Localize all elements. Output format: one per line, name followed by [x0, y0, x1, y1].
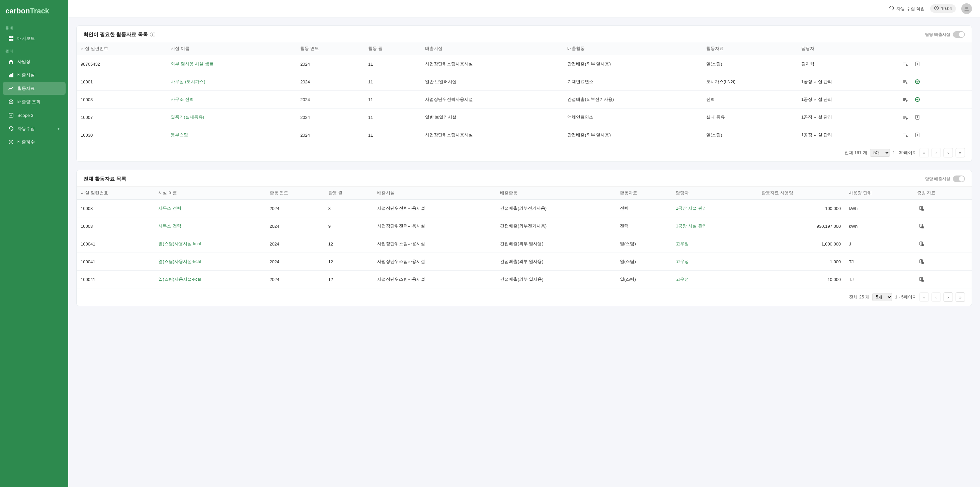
- sidebar-item-business[interactable]: 사업장: [3, 55, 65, 68]
- cell-manager[interactable]: 1공장 시설 관리: [672, 217, 757, 235]
- cell-manager[interactable]: 고우정: [672, 253, 757, 271]
- sidebar-item-scope3[interactable]: Scope 3: [3, 109, 65, 121]
- all-col-facility-id: 시설 일련번호: [76, 187, 154, 200]
- confirm-per-page-select[interactable]: 5개10개20개: [870, 149, 890, 157]
- cell-facility-name[interactable]: 열(스팀)사용시설-kcal: [154, 235, 266, 253]
- sidebar-item-emission-inquiry[interactable]: 배출량 조회: [3, 96, 65, 108]
- time-display: 19:04: [941, 6, 952, 11]
- all-last-page-btn[interactable]: »: [956, 292, 965, 302]
- logo-carbon: carbon: [5, 7, 30, 15]
- sidebar-item-activity-data[interactable]: 활동자료: [3, 82, 65, 95]
- all-col-activity-data: 활동자료: [616, 187, 672, 200]
- cell-facility-name[interactable]: 사무소 전력: [154, 217, 266, 235]
- confirm-next-page-btn[interactable]: ›: [943, 148, 953, 157]
- evidence-btn[interactable]: [917, 239, 926, 249]
- evidence-btn[interactable]: [917, 204, 926, 213]
- cell-facility-name[interactable]: 열풍기(실내등유): [167, 109, 296, 126]
- cell-facility-name[interactable]: 동부스팀: [167, 126, 296, 144]
- cell-facility-name[interactable]: 외부 열사용 시설 샘플: [167, 55, 296, 73]
- all-first-page-btn[interactable]: «: [920, 292, 929, 302]
- all-per-page-select[interactable]: 5개10개20개: [872, 293, 892, 301]
- add-action-btn[interactable]: [900, 95, 910, 104]
- col-actions: [897, 42, 972, 55]
- confirm-toggle[interactable]: [953, 31, 965, 38]
- col-emission-activity: 배출활동: [563, 42, 702, 55]
- cell-facility-name[interactable]: 사무소 전력: [167, 91, 296, 109]
- cell-manager[interactable]: 고우정: [672, 235, 757, 253]
- cell-unit: kWh: [845, 200, 913, 217]
- cell-emission-facility: 일반 보일러시설: [421, 73, 564, 91]
- col-activity-month: 활동 월: [364, 42, 421, 55]
- confirm-prev-page-btn[interactable]: ‹: [931, 148, 941, 157]
- confirm-last-page-btn[interactable]: »: [956, 148, 965, 157]
- sidebar: carbonTrack 통계 대시보드 관리 사업장 배출시설 활동자료 배출량…: [0, 0, 68, 487]
- svg-rect-3: [11, 39, 13, 41]
- cell-evidence[interactable]: [913, 217, 972, 235]
- cell-facility-name[interactable]: 열(스팀)사용시설-kcal: [154, 271, 266, 288]
- cell-activity-data: 도시가스(LNG): [702, 73, 797, 91]
- table-row: 100041 열(스팀)사용시설-kcal 2024 12 사업장단위스팀사용시…: [76, 253, 972, 271]
- cell-activity-month: 11: [364, 55, 421, 73]
- all-next-page-btn[interactable]: ›: [943, 292, 953, 302]
- sidebar-item-emission-factor[interactable]: 배출계수: [3, 136, 65, 148]
- cell-evidence[interactable]: [913, 200, 972, 217]
- cell-manager[interactable]: 1공장 시설 관리: [672, 200, 757, 217]
- cell-evidence[interactable]: [913, 253, 972, 271]
- svg-rect-1: [11, 36, 13, 38]
- doc-action-btn[interactable]: [913, 130, 922, 140]
- add-action-btn[interactable]: [900, 59, 910, 69]
- evidence-btn[interactable]: [917, 221, 926, 231]
- add-action-btn[interactable]: [900, 130, 910, 140]
- svg-point-8: [10, 101, 12, 102]
- svg-rect-2: [9, 39, 11, 41]
- all-col-usage: 활동자료 사용량: [757, 187, 845, 200]
- cell-manager: 1공장 시설 관리: [797, 91, 897, 109]
- table-row: 98765432 외부 열사용 시설 샘플 2024 11 사업장단위스팀사용시…: [76, 55, 972, 73]
- svg-rect-6: [12, 73, 13, 77]
- evidence-btn[interactable]: [917, 257, 926, 266]
- sidebar-item-emission-facility[interactable]: 배출시설: [3, 69, 65, 81]
- confirm-first-page-btn[interactable]: «: [920, 148, 929, 157]
- avatar[interactable]: [961, 3, 972, 14]
- all-toggle[interactable]: [953, 176, 965, 182]
- scope3-icon: [8, 112, 14, 118]
- auto-collect-header[interactable]: 자동 수집 작업: [889, 5, 925, 12]
- add-action-btn[interactable]: [900, 113, 910, 122]
- info-icon[interactable]: i: [150, 32, 155, 37]
- cell-facility-name[interactable]: 사무실 (도시가스): [167, 73, 296, 91]
- cell-manager: 1공장 시설 관리: [797, 73, 897, 91]
- chevron-down-icon: ▼: [57, 127, 60, 131]
- evidence-btn[interactable]: [917, 275, 926, 284]
- cell-activity-year: 2024: [296, 126, 364, 144]
- svg-point-19: [965, 7, 968, 10]
- cell-manager: 김지혁: [797, 55, 897, 73]
- logo-track: Track: [30, 7, 49, 15]
- sidebar-management-label: 관리: [0, 45, 68, 55]
- sidebar-item-dashboard[interactable]: 대시보드: [3, 32, 65, 45]
- table-row: 100041 열(스팀)사용시설-kcal 2024 12 사업장단위스팀사용시…: [76, 235, 972, 253]
- cell-unit: kWh: [845, 217, 913, 235]
- cell-activity-data: 전력: [616, 200, 672, 217]
- cell-activity-month: 12: [325, 235, 374, 253]
- cell-activity-data: 열(스팀): [702, 126, 797, 144]
- sidebar-item-auto-collect[interactable]: 자동수집 ▼: [3, 122, 65, 135]
- cell-evidence[interactable]: [913, 235, 972, 253]
- app-logo: carbonTrack: [0, 0, 68, 22]
- add-action-btn[interactable]: [900, 77, 910, 86]
- doc-action-btn[interactable]: [913, 77, 922, 86]
- cell-evidence[interactable]: [913, 271, 972, 288]
- doc-action-btn[interactable]: [913, 95, 922, 104]
- cell-facility-name[interactable]: 열(스팀)사용시설-kcal: [154, 253, 266, 271]
- cell-manager[interactable]: 고우정: [672, 271, 757, 288]
- all-col-unit: 사용량 단위: [845, 187, 913, 200]
- cell-emission-activity: 간접배출(외부전기사용): [563, 91, 702, 109]
- doc-action-btn[interactable]: [913, 113, 922, 122]
- all-table: 시설 일련번호 시설 이름 활동 연도 활동 월 배출시설 배출활동 활동자료 …: [76, 187, 972, 288]
- all-prev-page-btn[interactable]: ‹: [931, 292, 941, 302]
- cell-facility-name[interactable]: 사무소 전력: [154, 200, 266, 217]
- cell-emission-facility: 사업장단위스팀사용시설: [421, 55, 564, 73]
- header-time: 19:04: [930, 4, 956, 13]
- doc-action-btn[interactable]: [913, 59, 922, 69]
- cell-facility-id: 10003: [76, 217, 154, 235]
- cell-usage: 1.000: [757, 253, 845, 271]
